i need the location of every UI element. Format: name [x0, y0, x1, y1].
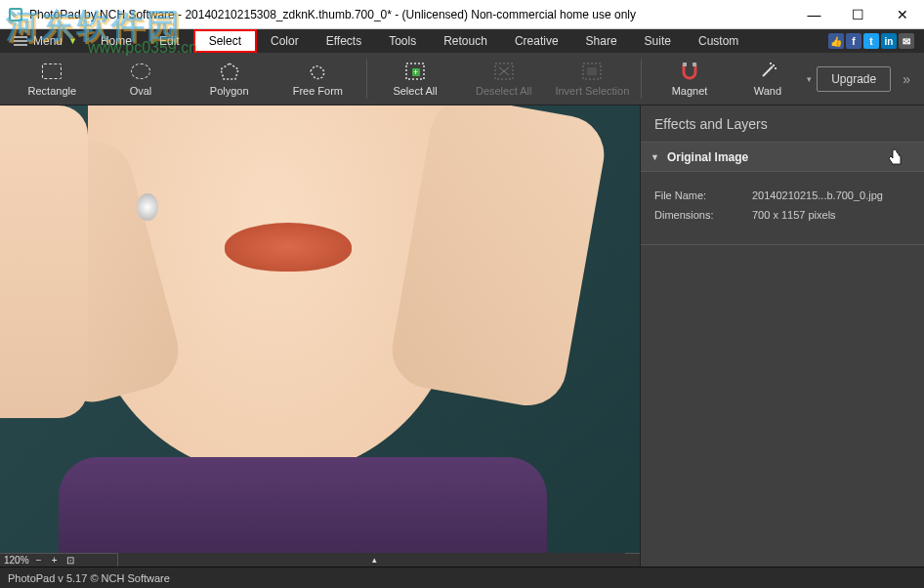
select-all-icon: + — [404, 61, 426, 82]
image-properties: File Name: 20140210215...b.700_0.jpg Dim… — [641, 172, 924, 245]
tool-freeform-label: Free Form — [293, 85, 343, 97]
dimensions-value: 700 x 1157 pixels — [752, 209, 910, 221]
canvas-area[interactable]: 120% − + ⊡ ▴ — [0, 105, 640, 567]
menu-effects[interactable]: Effects — [313, 29, 375, 53]
toolbar: Rectangle Oval Polygon Free Form + Selec… — [0, 53, 924, 105]
deselect-all-icon — [493, 61, 515, 82]
panel-title: Effects and Layers — [641, 105, 924, 143]
linkedin-button[interactable]: in — [881, 33, 897, 49]
horizontal-scrollbar[interactable]: ▴ — [117, 553, 625, 567]
toolbar-separator — [366, 60, 367, 99]
hamburger-icon — [14, 35, 27, 47]
tool-wand[interactable]: Wand — [734, 53, 801, 105]
zoom-out-button[interactable]: − — [33, 555, 45, 566]
menu-share[interactable]: Share — [572, 29, 631, 53]
menu-edit[interactable]: Edit — [146, 29, 193, 53]
svg-point-19 — [770, 63, 772, 64]
share-button[interactable]: ✉ — [899, 33, 914, 49]
zoom-value: 120% — [4, 555, 29, 566]
like-button[interactable]: 👍 — [828, 33, 844, 49]
rectangle-icon — [41, 61, 63, 82]
scroll-arrow-icon: ▴ — [372, 555, 377, 565]
tool-select-all-label: Select All — [393, 85, 437, 97]
maximize-button[interactable]: ☐ — [836, 0, 880, 29]
cursor-hand-icon — [887, 148, 904, 172]
dimensions-label: Dimensions: — [654, 209, 752, 221]
facebook-button[interactable]: f — [846, 33, 861, 49]
menu-color[interactable]: Color — [257, 29, 313, 53]
tool-select-all[interactable]: + Select All — [371, 53, 460, 105]
side-panel: Effects and Layers ▼ Original Image File… — [640, 105, 924, 567]
tool-rectangle-label: Rectangle — [28, 85, 77, 97]
svg-rect-1 — [11, 10, 21, 20]
tool-wand-dropdown[interactable]: ▾ — [801, 53, 817, 105]
filename-label: File Name: — [654, 189, 752, 201]
triangle-down-icon: ▼ — [651, 152, 659, 162]
social-buttons: 👍 f t in ✉ — [828, 33, 914, 49]
section-title: Original Image — [667, 150, 748, 164]
zoom-in-button[interactable]: + — [49, 555, 61, 566]
menu-tools[interactable]: Tools — [375, 29, 430, 53]
tool-oval-label: Oval — [130, 85, 152, 97]
svg-rect-14 — [683, 63, 687, 66]
twitter-button[interactable]: t — [863, 33, 879, 49]
svg-rect-13 — [587, 67, 597, 75]
menu-custom[interactable]: Custom — [685, 29, 752, 53]
tool-deselect-all-label: Deselect All — [476, 85, 531, 97]
tool-magnet[interactable]: Magnet — [646, 53, 735, 105]
main-menu-label: Menu — [33, 34, 63, 48]
tool-polygon-label: Polygon — [210, 85, 249, 97]
toolbar-more-button[interactable]: » — [897, 71, 916, 87]
menu-suite[interactable]: Suite — [631, 29, 685, 53]
menu-home[interactable]: Home — [87, 29, 146, 53]
tool-deselect-all: Deselect All — [459, 53, 548, 105]
window-title: PhotoPad by NCH Software - 2014021021530… — [29, 8, 792, 21]
section-original-image[interactable]: ▼ Original Image — [641, 143, 924, 172]
svg-point-17 — [773, 64, 775, 66]
svg-marker-5 — [221, 63, 238, 79]
titlebar: PhotoPad by NCH Software - 2014021021530… — [0, 0, 924, 29]
minimize-button[interactable]: — — [792, 0, 836, 29]
main-menu-dropdown[interactable]: Menu ▼ — [4, 29, 87, 53]
tool-wand-label: Wand — [754, 85, 781, 97]
invert-selection-icon — [581, 61, 603, 82]
svg-line-16 — [763, 66, 773, 76]
polygon-icon — [219, 61, 240, 82]
statusbar: PhotoPad v 5.17 © NCH Software — [0, 567, 924, 588]
app-icon — [8, 7, 23, 22]
menu-creative[interactable]: Creative — [501, 29, 572, 53]
menubar: Menu ▼ Home Edit Select Color Effects To… — [0, 29, 924, 53]
filename-value: 20140210215...b.700_0.jpg — [752, 189, 910, 201]
svg-text:+: + — [413, 67, 418, 77]
svg-point-18 — [775, 67, 777, 69]
menu-retouch[interactable]: Retouch — [430, 29, 501, 53]
tool-polygon[interactable]: Polygon — [185, 53, 273, 105]
tool-rectangle[interactable]: Rectangle — [8, 53, 97, 105]
zoom-fit-button[interactable]: ⊡ — [64, 555, 76, 566]
workspace: 120% − + ⊡ ▴ Effects and Layers ▼ Origin… — [0, 105, 924, 567]
oval-icon — [130, 61, 151, 82]
svg-rect-15 — [693, 63, 696, 66]
magnet-icon — [679, 61, 700, 82]
chevron-down-icon: ▼ — [68, 36, 77, 46]
statusbar-text: PhotoPad v 5.17 © NCH Software — [8, 572, 170, 584]
menu-select[interactable]: Select — [193, 29, 257, 53]
tool-invert-selection-label: Invert Selection — [555, 85, 629, 97]
canvas-image — [0, 105, 640, 553]
tool-magnet-label: Magnet — [672, 85, 708, 97]
freeform-icon — [307, 61, 328, 82]
tool-invert-selection: Invert Selection — [548, 53, 637, 105]
upgrade-button[interactable]: Upgrade — [817, 66, 891, 92]
close-button[interactable]: ✕ — [880, 0, 924, 29]
wand-icon — [757, 61, 778, 82]
toolbar-separator — [641, 60, 642, 99]
tool-freeform[interactable]: Free Form — [273, 53, 362, 105]
tool-oval[interactable]: Oval — [97, 53, 186, 105]
